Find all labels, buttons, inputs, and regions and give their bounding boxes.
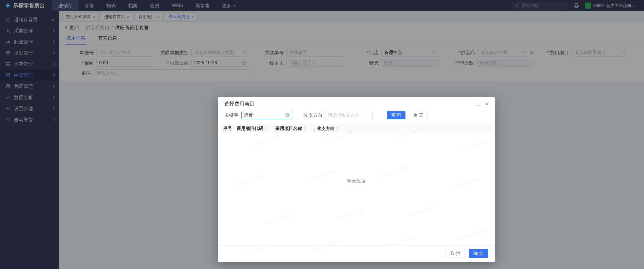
- reset-button[interactable]: 重 置: [409, 111, 427, 119]
- cancel-button[interactable]: 取 消: [446, 249, 465, 258]
- dialog-title: 选择费用项目: [224, 100, 254, 107]
- table-header-row: 序号 费用项目代码 费用项目名称 收支方向: [221, 124, 492, 133]
- col-item-code[interactable]: 费用项目代码: [234, 126, 273, 132]
- table-body-empty: 暂无数据: [218, 133, 495, 245]
- dialog-header: 选择费用项目 ×: [218, 97, 495, 109]
- direction-label: 收支方向: [303, 112, 322, 119]
- sort-icon[interactable]: [265, 127, 267, 130]
- keyword-label: 关键字: [224, 112, 239, 119]
- dialog-footer: 取 消 确 定: [218, 245, 495, 262]
- sort-icon[interactable]: [304, 127, 306, 130]
- sort-icon[interactable]: [336, 127, 339, 130]
- expense-item-table: 序号 费用项目代码 费用项目名称 收支方向: [221, 124, 492, 133]
- col-seq: 序号: [221, 126, 234, 132]
- keyword-field[interactable]: ×: [241, 111, 292, 119]
- keyword-input[interactable]: [244, 113, 284, 118]
- fullscreen-icon[interactable]: [476, 102, 481, 106]
- col-item-name[interactable]: 费用项目名称: [273, 126, 315, 132]
- direction-select[interactable]: 请选择收支方向: [325, 111, 373, 119]
- dialog-filter-row: 关键字 × 收支方向 请选择收支方向 查 询 重 置: [218, 109, 495, 119]
- close-icon[interactable]: ×: [485, 101, 489, 107]
- empty-state-text: 暂无数据: [347, 178, 366, 184]
- clear-icon[interactable]: ×: [285, 113, 290, 117]
- select-expense-item-dialog: xsswb_zyc0929 xsswb_zyc0929 xsswb_zyc092…: [218, 97, 495, 262]
- col-direction[interactable]: 收支方向: [315, 126, 351, 132]
- confirm-button[interactable]: 确 定: [469, 249, 488, 258]
- query-button[interactable]: 查 询: [387, 111, 405, 119]
